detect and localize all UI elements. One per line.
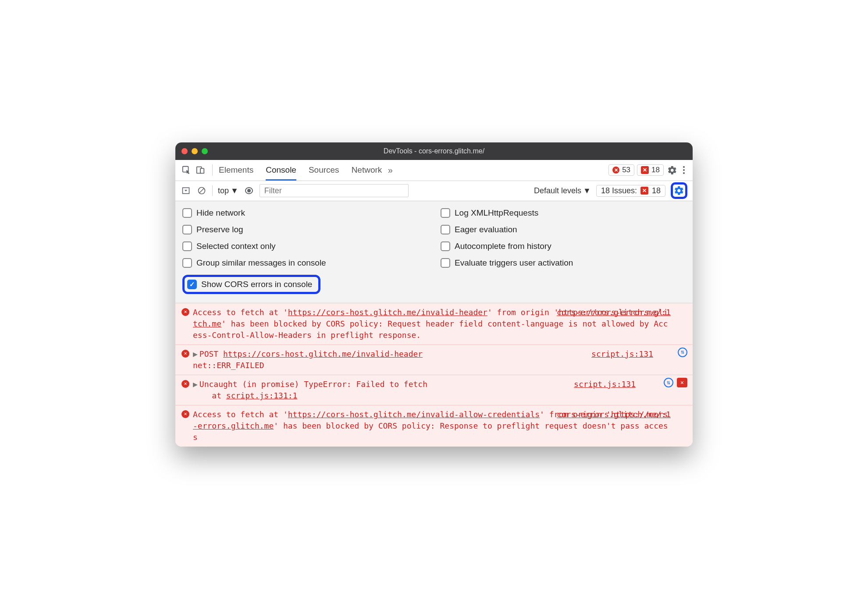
maximize-window-button[interactable]	[202, 148, 208, 154]
tab-sources[interactable]: Sources	[309, 160, 339, 181]
inspect-element-icon[interactable]	[181, 164, 192, 176]
issues-badge-count: 18	[652, 186, 661, 195]
pref-preserve-log[interactable]: Preserve log	[182, 225, 427, 234]
stack-link[interactable]: script.js:131:1	[226, 391, 298, 400]
pref-label: Selected context only	[196, 241, 276, 251]
separator	[212, 164, 213, 176]
checkbox-eager-evaluation[interactable]	[441, 225, 450, 234]
close-window-button[interactable]	[181, 148, 188, 154]
network-icon[interactable]: ⇅	[678, 348, 687, 357]
svg-line-5	[199, 188, 204, 193]
live-expression-icon[interactable]	[244, 185, 254, 196]
pref-evaluate-triggers-user-activation[interactable]: Evaluate triggers user activation	[441, 258, 686, 268]
checkbox-preserve-log[interactable]	[182, 225, 192, 234]
pref-label: Group similar messages in console	[196, 258, 326, 268]
issue-icon: ✕	[640, 187, 648, 195]
console-settings-panel: Hide networkLog XMLHttpRequestsPreserve …	[175, 201, 693, 303]
source-link[interactable]: script.js:131	[591, 348, 653, 360]
svg-rect-2	[200, 168, 204, 173]
expand-icon[interactable]: ▶	[193, 380, 198, 389]
errors-count: 53	[622, 166, 630, 174]
console-toolbar: top ▼ Default levels ▼ 18 Issues: ✕ 18	[175, 181, 693, 201]
pref-log-xmlhttprequests[interactable]: Log XMLHttpRequests	[441, 208, 686, 218]
checkbox-evaluate-triggers-user-activation[interactable]	[441, 258, 450, 268]
pref-eager-evaluation[interactable]: Eager evaluation	[441, 225, 686, 234]
console-settings-button[interactable]	[671, 182, 687, 199]
titlebar: DevTools - cors-errors.glitch.me/	[175, 142, 693, 160]
clear-console-icon[interactable]	[196, 185, 207, 196]
issues-label: 18 Issues:	[601, 186, 637, 195]
pref-label: Eager evaluation	[455, 225, 517, 234]
checkbox-group-similar-messages-in-console[interactable]	[182, 258, 192, 268]
window-title: DevTools - cors-errors.glitch.me/	[175, 147, 693, 155]
pref-selected-context-only[interactable]: Selected context only	[182, 241, 427, 251]
issue-icon: ✕	[641, 166, 649, 174]
more-options-button[interactable]	[680, 166, 687, 174]
checkbox-selected-context-only[interactable]	[182, 241, 192, 251]
error-icon: ✕	[181, 410, 189, 418]
tab-network[interactable]: Network	[352, 160, 382, 181]
pref-label: Autocomplete from history	[455, 241, 551, 251]
tab-elements[interactable]: Elements	[219, 160, 253, 181]
console-message[interactable]: ✕cors-errors.glitch.me/:1Access to fetch…	[175, 303, 693, 344]
pref-label: Show CORS errors in console	[201, 280, 312, 289]
error-icon: ✕	[612, 167, 619, 174]
pref-label: Preserve log	[196, 225, 243, 234]
pref-label: Hide network	[196, 208, 245, 218]
settings-button[interactable]	[666, 164, 678, 176]
separator	[212, 185, 213, 196]
pref-label: Evaluate triggers user activation	[455, 258, 573, 268]
console-messages: ✕cors-errors.glitch.me/:1Access to fetch…	[175, 303, 693, 447]
filter-input[interactable]	[260, 184, 409, 197]
console-message[interactable]: ✕⇅script.js:131▶POST https://cors-host.g…	[175, 344, 693, 375]
console-message[interactable]: ✕cors-errors.glitch.me/:1Access to fetch…	[175, 405, 693, 447]
error-icon: ✕	[181, 380, 189, 388]
source-link[interactable]: cors-errors.glitch.me/:1	[557, 409, 671, 420]
network-icon[interactable]: ⇅	[664, 378, 673, 387]
checkbox-hide-network[interactable]	[182, 208, 192, 218]
pref-show-cors-errors-in-console[interactable]: Show CORS errors in console	[182, 275, 320, 294]
context-selector[interactable]: top ▼	[218, 186, 238, 195]
devtools-window: DevTools - cors-errors.glitch.me/ Elemen…	[175, 142, 693, 447]
expand-icon[interactable]: ▶	[193, 349, 198, 358]
checkbox-autocomplete-from-history[interactable]	[441, 241, 450, 251]
error-icon: ✕	[181, 350, 189, 358]
device-toolbar-icon[interactable]	[195, 164, 206, 176]
svg-point-6	[247, 189, 251, 192]
issues-summary[interactable]: 18 Issues: ✕ 18	[596, 185, 665, 197]
source-link[interactable]: script.js:131	[574, 379, 636, 390]
log-levels-selector[interactable]: Default levels ▼	[534, 186, 591, 195]
chevron-down-icon: ▼	[583, 186, 591, 195]
context-label: top	[218, 186, 229, 195]
errors-counter[interactable]: ✕ 53	[608, 164, 634, 176]
overflow-tabs-icon[interactable]: »	[384, 164, 396, 176]
checkbox-log-xmlhttprequests[interactable]	[441, 208, 450, 218]
chevron-down-icon: ▼	[231, 186, 238, 195]
pref-hide-network[interactable]: Hide network	[182, 208, 427, 218]
levels-label: Default levels	[534, 186, 581, 195]
issue-icon[interactable]: ✕	[677, 378, 687, 387]
issues-counter[interactable]: ✕ 18	[637, 164, 664, 176]
pref-autocomplete-from-history[interactable]: Autocomplete from history	[441, 241, 686, 251]
source-link[interactable]: cors-errors.glitch.me/:1	[557, 307, 671, 318]
toggle-sidebar-icon[interactable]	[181, 185, 191, 196]
traffic-lights	[181, 148, 208, 154]
pref-group-similar-messages-in-console[interactable]: Group similar messages in console	[182, 258, 427, 268]
main-toolbar: ElementsConsoleSourcesNetwork » ✕ 53 ✕ 1…	[175, 160, 693, 181]
issues-count: 18	[651, 166, 660, 174]
url-link[interactable]: https://cors-host.glitch.me/invalid-head…	[288, 308, 487, 317]
checkbox-show-cors-errors-in-console[interactable]	[187, 280, 197, 289]
error-icon: ✕	[181, 308, 189, 316]
minimize-window-button[interactable]	[192, 148, 198, 154]
url-link[interactable]: https://cors-host.glitch.me/invalid-allo…	[288, 410, 540, 419]
pref-label: Log XMLHttpRequests	[455, 208, 538, 218]
console-message[interactable]: ✕⇅✕script.js:131▶Uncaught (in promise) T…	[175, 375, 693, 405]
tab-console[interactable]: Console	[266, 160, 296, 181]
panel-tabs: ElementsConsoleSourcesNetwork	[219, 160, 382, 181]
url-link[interactable]: https://cors-host.glitch.me/invalid-head…	[223, 349, 423, 358]
